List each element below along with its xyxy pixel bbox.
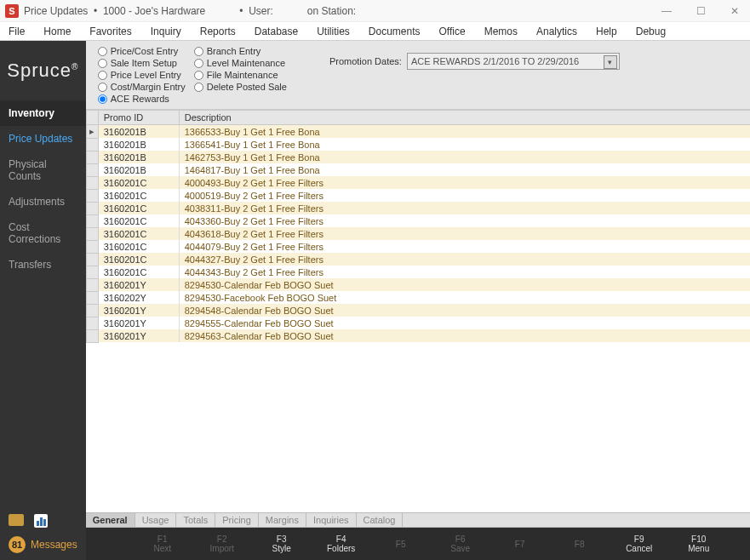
cell-description[interactable]: 4044327-Buy 2 Get 1 Free Filters [179, 253, 750, 266]
menu-reports[interactable]: Reports [197, 24, 239, 39]
promo-dates-dropdown[interactable]: ACE REWARDS 2/1/2016 TO 2/29/2016 [407, 53, 620, 70]
cell-description[interactable]: 8294563-Calendar Feb BOGO Suet [179, 329, 750, 342]
menu-debug[interactable]: Debug [633, 24, 669, 39]
table-row[interactable]: 3160201C4044343-Buy 2 Get 1 Free Filters [86, 266, 750, 278]
cell-description[interactable]: 1464817-Buy 1 Get 1 Free Bona [179, 163, 750, 176]
tab-general[interactable]: General [86, 513, 135, 527]
menu-analytics[interactable]: Analytics [533, 24, 581, 39]
promo-grid[interactable]: Promo ID Description Auto Apply Active ▸… [86, 110, 750, 343]
cell-promo-id[interactable]: 3160201B [98, 151, 179, 163]
table-row[interactable]: ▸3160201B1366533-Buy 1 Get 1 Free Bona [86, 125, 750, 139]
table-row[interactable]: 3160201C4043618-Buy 2 Get 1 Free Filters [86, 227, 750, 240]
cell-promo-id[interactable]: 3160201C [98, 240, 179, 253]
radio-sale-item-setup[interactable]: Sale Item Setup [98, 58, 186, 68]
menu-inquiry[interactable]: Inquiry [147, 24, 185, 39]
cell-promo-id[interactable]: 3160201C [98, 253, 179, 266]
menu-office[interactable]: Office [436, 24, 469, 39]
table-row[interactable]: 3160201Y8294530-Calendar Feb BOGO Suet [86, 278, 750, 291]
cell-promo-id[interactable]: 3160201C [98, 189, 179, 202]
cell-description[interactable]: 4044343-Buy 2 Get 1 Free Filters [179, 266, 750, 278]
cell-promo-id[interactable]: 3160201B [98, 163, 179, 176]
cell-promo-id[interactable]: 3160201B [98, 125, 179, 139]
cell-promo-id[interactable]: 3160201Y [98, 304, 179, 317]
menu-home[interactable]: Home [40, 24, 74, 39]
table-row[interactable]: 3160201C4044079-Buy 2 Get 1 Free Filters [86, 240, 750, 253]
folder-icon[interactable] [9, 514, 24, 526]
cell-description[interactable]: 8294530-Facebook Feb BOGO Suet [179, 291, 750, 304]
tab-usage[interactable]: Usage [135, 513, 177, 527]
cell-description[interactable]: 1366541-Buy 1 Get 1 Free Bona [179, 138, 750, 151]
table-row[interactable]: 3160201Y8294555-Calendar Feb BOGO Suet [86, 317, 750, 329]
cell-promo-id[interactable]: 3160201C [98, 227, 179, 240]
row-selector[interactable] [86, 138, 98, 151]
table-row[interactable]: 3160201C4000493-Buy 2 Get 1 Free Filters [86, 176, 750, 189]
cell-description[interactable]: 8294555-Calendar Feb BOGO Suet [179, 317, 750, 329]
table-row[interactable]: 3160201B1462753-Buy 1 Get 1 Free Bona [86, 151, 750, 163]
messages-button[interactable]: 81 Messages [9, 536, 77, 553]
col-promo-id[interactable]: Promo ID [98, 111, 179, 125]
radio-price-level-entry[interactable]: Price Level Entry [98, 70, 186, 80]
cell-promo-id[interactable]: 3160201C [98, 266, 179, 278]
row-selector[interactable] [86, 266, 98, 278]
menu-memos[interactable]: Memos [481, 24, 521, 39]
cell-promo-id[interactable]: 3160201Y [98, 317, 179, 329]
cell-description[interactable]: 4000519-Buy 2 Get 1 Free Filters [179, 189, 750, 202]
row-selector[interactable]: ▸ [86, 125, 98, 139]
row-selector[interactable] [86, 253, 98, 266]
sidebar-item-transfers[interactable]: Transfers [0, 252, 86, 277]
cell-description[interactable]: 4000493-Buy 2 Get 1 Free Filters [179, 176, 750, 189]
radio-cost-margin-entry[interactable]: Cost/Margin Entry [98, 82, 186, 92]
radio-level-maintenance[interactable]: Level Maintenance [194, 58, 287, 68]
row-selector[interactable] [86, 214, 98, 227]
cell-promo-id[interactable]: 3160201B [98, 138, 179, 151]
sidebar-item-physical-counts[interactable]: Physical Counts [0, 151, 86, 189]
maximize-button[interactable]: ☐ [690, 5, 711, 17]
row-selector[interactable] [86, 227, 98, 240]
tab-margins[interactable]: Margins [259, 513, 306, 527]
cell-description[interactable]: 8294548-Calendar Feb BOGO Suet [179, 304, 750, 317]
cell-description[interactable]: 4043360-Buy 2 Get 1 Free Filters [179, 214, 750, 227]
tab-catalog[interactable]: Catalog [357, 513, 404, 527]
table-row[interactable]: 3160201C4044327-Buy 2 Get 1 Free Filters [86, 253, 750, 266]
menu-utilities[interactable]: Utilities [313, 24, 353, 39]
cell-promo-id[interactable]: 3160201Y [98, 278, 179, 291]
row-selector[interactable] [86, 202, 98, 214]
radio-file-maintenance[interactable]: File Maintenance [194, 70, 287, 80]
row-selector[interactable] [86, 329, 98, 342]
chart-icon[interactable] [34, 514, 48, 528]
fkey-f10[interactable]: F10Menu [682, 534, 716, 553]
table-row[interactable]: 3160201B1366541-Buy 1 Get 1 Free Bona [86, 138, 750, 151]
fkey-f4[interactable]: F4Folders [324, 534, 358, 553]
row-selector[interactable] [86, 176, 98, 189]
sidebar-item-price-updates[interactable]: Price Updates [0, 126, 86, 151]
cell-description[interactable]: 4038311-Buy 2 Get 1 Free Filters [179, 202, 750, 214]
table-row[interactable]: 3160201C4043360-Buy 2 Get 1 Free Filters [86, 214, 750, 227]
sidebar-item-cost-corrections[interactable]: Cost Corrections [0, 214, 86, 252]
minimize-button[interactable]: — [656, 5, 677, 17]
col-description[interactable]: Description [179, 111, 750, 125]
cell-promo-id[interactable]: 3160201C [98, 214, 179, 227]
cell-promo-id[interactable]: 3160201Y [98, 329, 179, 342]
cell-promo-id[interactable]: 3160202Y [98, 291, 179, 304]
row-selector[interactable] [86, 240, 98, 253]
cell-description[interactable]: 4043618-Buy 2 Get 1 Free Filters [179, 227, 750, 240]
fkey-f3[interactable]: F3Style [265, 534, 299, 553]
table-row[interactable]: 3160201Y8294563-Calendar Feb BOGO Suet [86, 329, 750, 342]
row-selector[interactable] [86, 151, 98, 163]
menu-help[interactable]: Help [593, 24, 621, 39]
close-button[interactable]: ✕ [724, 5, 745, 17]
sidebar-item-adjustments[interactable]: Adjustments [0, 189, 86, 214]
tab-inquiries[interactable]: Inquiries [306, 513, 357, 527]
radio-branch-entry[interactable]: Branch Entry [194, 46, 287, 56]
row-selector[interactable] [86, 189, 98, 202]
radio-delete-posted-sale[interactable]: Delete Posted Sale [194, 82, 287, 92]
table-row[interactable]: 3160202Y8294530-Facebook Feb BOGO Suet [86, 291, 750, 304]
radio-ace-rewards[interactable]: ACE Rewards [98, 94, 186, 104]
cell-description[interactable]: 4044079-Buy 2 Get 1 Free Filters [179, 240, 750, 253]
row-selector[interactable] [86, 317, 98, 329]
cell-description[interactable]: 8294530-Calendar Feb BOGO Suet [179, 278, 750, 291]
radio-price-cost-entry[interactable]: Price/Cost Entry [98, 46, 186, 56]
table-row[interactable]: 3160201C4000519-Buy 2 Get 1 Free Filters [86, 189, 750, 202]
row-selector[interactable] [86, 304, 98, 317]
menu-favorites[interactable]: Favorites [86, 24, 135, 39]
